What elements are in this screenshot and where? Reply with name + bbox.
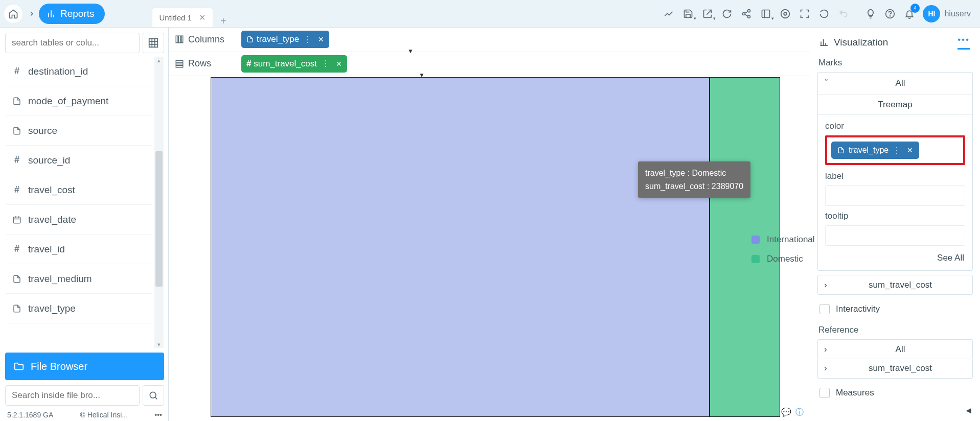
field-item-travel_cost[interactable]: #travel_cost xyxy=(6,175,152,205)
sum-travel-cost-label: sum_travel_cost xyxy=(834,280,966,290)
person-icon[interactable]: ⓘ xyxy=(795,407,804,418)
export-button[interactable]: ▾ xyxy=(698,5,717,23)
undo-button[interactable] xyxy=(834,5,853,23)
line-chart-icon xyxy=(664,9,674,19)
comment-icon[interactable]: 💬 xyxy=(781,407,791,418)
scroll-thumb[interactable] xyxy=(155,151,163,287)
field-label: travel_type xyxy=(28,303,76,314)
interactivity-checkbox[interactable] xyxy=(819,304,830,314)
visualization-label: Visualization xyxy=(834,37,888,48)
field-label: mode_of_payment xyxy=(28,96,108,107)
canvas-area: Columns travel_type ⋮ ✕ ▼ Rows # sum_tra xyxy=(169,28,810,421)
svg-point-23 xyxy=(150,392,156,398)
tab-close-icon[interactable]: ✕ xyxy=(199,13,206,22)
right-panel: Visualization ••• Marks ˅ All Treemap co… xyxy=(810,28,980,421)
reset-button[interactable] xyxy=(815,5,833,23)
field-list: #destination_idmode_of_paymentsource#sou… xyxy=(5,56,164,348)
notifications-button[interactable]: 4 xyxy=(900,5,919,23)
chart-canvas[interactable]: travel_type : Domestic sum_travel_cost :… xyxy=(169,76,810,421)
svg-rect-30 xyxy=(176,66,183,67)
columns-pill-remove-icon[interactable]: ✕ xyxy=(318,35,324,43)
rows-pill-label: sum_travel_cost xyxy=(254,59,317,69)
lightbulb-icon xyxy=(865,9,876,19)
help-button[interactable] xyxy=(881,5,899,23)
field-item-travel_medium[interactable]: travel_medium xyxy=(6,264,152,294)
marks-treemap-row[interactable]: Treemap xyxy=(818,94,972,114)
tab-add-button[interactable]: + xyxy=(215,15,232,27)
cache-button[interactable] xyxy=(776,5,794,23)
rows-shelf-label: Rows xyxy=(188,58,211,69)
refresh-icon xyxy=(722,9,732,19)
fullscreen-button[interactable] xyxy=(795,5,814,23)
scroll-down-icon[interactable]: ▾ xyxy=(155,341,163,348)
refresh-button[interactable] xyxy=(718,5,736,23)
svg-rect-27 xyxy=(181,36,183,43)
breadcrumb-reports[interactable]: Reports xyxy=(39,4,105,24)
doc-icon xyxy=(12,97,28,106)
color-pill-travel-type[interactable]: travel_type ⋮ ✕ xyxy=(831,142,919,159)
rows-shelf[interactable]: Rows # sum_travel_cost ⋮ ✕ ▼ xyxy=(169,52,810,77)
field-item-travel_type[interactable]: travel_type xyxy=(6,294,152,323)
rows-pill-remove-icon[interactable]: ✕ xyxy=(336,60,342,68)
interactivity-label: Interactivity xyxy=(836,304,880,314)
field-label: travel_id xyxy=(28,244,65,255)
field-item-travel_id[interactable]: #travel_id xyxy=(6,235,152,264)
file-browser-search-button[interactable] xyxy=(143,385,164,406)
right-panel-caret-icon[interactable]: ◄ xyxy=(964,406,973,416)
reference-sum-label: sum_travel_cost xyxy=(834,363,966,373)
legend-item-domestic[interactable]: Domestic xyxy=(751,254,815,264)
viz-more-button[interactable]: ••• xyxy=(958,35,970,50)
share-button[interactable] xyxy=(737,5,756,23)
layout-button[interactable]: ▾ xyxy=(757,5,775,23)
idea-button[interactable] xyxy=(861,5,880,23)
scroll-up-icon[interactable]: ▴ xyxy=(155,57,163,64)
chevron-right-icon: › xyxy=(824,363,834,373)
interactivity-row[interactable]: Interactivity xyxy=(817,299,973,319)
file-browser-button[interactable]: File Browser xyxy=(5,353,164,380)
measures-checkbox[interactable] xyxy=(819,388,830,398)
user-name: hiuserv xyxy=(944,9,971,18)
label-mark-slot[interactable] xyxy=(825,185,965,206)
table-toggle-button[interactable] xyxy=(143,33,164,53)
rows-pill-sum-travel-cost[interactable]: # sum_travel_cost ⋮ ✕ xyxy=(241,55,347,73)
marks-all-row[interactable]: ˅ All xyxy=(818,73,972,94)
field-label: travel_date xyxy=(28,214,76,225)
reference-all-row[interactable]: › All xyxy=(817,339,973,359)
legend-item-international[interactable]: International xyxy=(751,235,815,245)
home-button[interactable] xyxy=(4,5,22,23)
see-all-link[interactable]: See All xyxy=(825,251,965,265)
breadcrumb-separator[interactable] xyxy=(25,5,39,23)
file-browser-search-input[interactable] xyxy=(5,385,140,406)
columns-shelf[interactable]: Columns travel_type ⋮ ✕ ▼ xyxy=(169,28,810,52)
chevron-down-icon: ˅ xyxy=(824,78,834,89)
field-item-source_id[interactable]: #source_id xyxy=(6,146,152,175)
search-fields-input[interactable] xyxy=(5,33,140,53)
marks-header: Marks xyxy=(818,58,973,68)
measures-row[interactable]: Measures xyxy=(817,383,973,403)
field-item-destination_id[interactable]: #destination_id xyxy=(6,57,152,86)
field-label: travel_cost xyxy=(28,184,75,196)
chart-legend: International Domestic xyxy=(751,235,815,273)
hash-icon: # xyxy=(12,244,22,254)
field-item-source[interactable]: source xyxy=(6,116,152,146)
columns-pill-travel-type[interactable]: travel_type ⋮ ✕ xyxy=(241,31,329,48)
footer-more-icon[interactable]: ••• xyxy=(154,411,162,419)
treemap-chart[interactable]: travel_type : Domestic sum_travel_cost :… xyxy=(211,77,780,417)
user-menu[interactable]: HI hiuserv xyxy=(923,5,971,22)
swatch-domestic xyxy=(751,255,760,263)
tab-untitled[interactable]: Untitled 1 ✕ xyxy=(152,8,213,27)
marks-all-label: All xyxy=(834,78,966,88)
chart-type-button[interactable] xyxy=(659,5,678,23)
sum-travel-cost-row[interactable]: › sum_travel_cost xyxy=(817,275,973,295)
field-item-travel_date[interactable]: travel_date xyxy=(6,205,152,235)
doc-icon xyxy=(12,274,28,284)
field-list-scrollbar[interactable]: ▴ ▾ xyxy=(154,57,164,348)
reset-icon xyxy=(819,9,829,19)
reference-sum-row[interactable]: › sum_travel_cost xyxy=(817,359,973,379)
treemap-rect-international[interactable] xyxy=(211,77,710,417)
svg-line-7 xyxy=(745,14,748,16)
color-pill-remove-icon[interactable]: ✕ xyxy=(907,146,913,154)
tooltip-mark-slot[interactable] xyxy=(825,225,965,246)
save-button[interactable]: ▾ xyxy=(679,5,697,23)
field-item-mode_of_payment[interactable]: mode_of_payment xyxy=(6,86,152,116)
